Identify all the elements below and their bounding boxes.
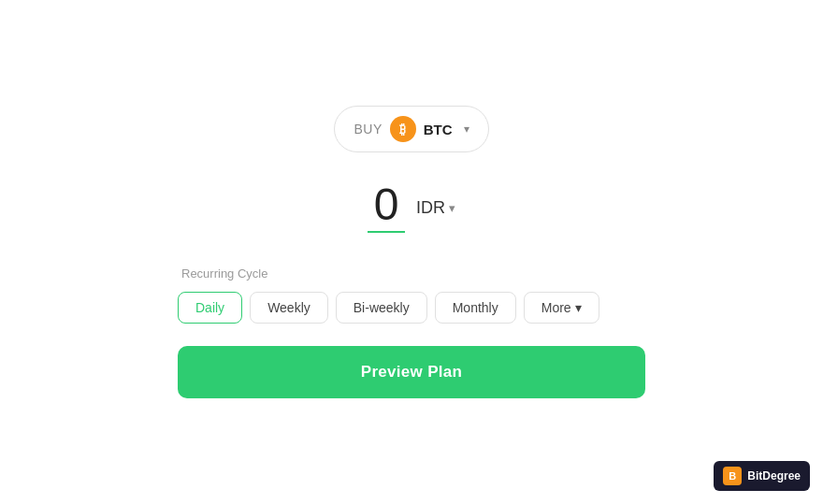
buy-label: BUY <box>354 122 382 137</box>
bitdegree-badge: B BitDegree <box>714 461 810 491</box>
recurring-title: Recurring Cycle <box>178 266 645 281</box>
recurring-section: Recurring Cycle Daily Weekly Bi-weekly M… <box>178 266 645 324</box>
currency-dropdown-arrow: ▾ <box>449 201 455 215</box>
cycle-btn-more[interactable]: More ▾ <box>524 292 599 324</box>
btc-symbol: ₿ <box>399 122 406 137</box>
coin-dropdown-arrow: ▾ <box>464 122 469 136</box>
amount-value[interactable]: 0 <box>368 182 405 227</box>
btc-icon: ₿ <box>390 116 416 142</box>
cycle-btn-biweekly[interactable]: Bi-weekly <box>336 292 427 324</box>
cycle-btn-monthly[interactable]: Monthly <box>435 292 516 324</box>
amount-underline <box>368 231 405 233</box>
main-container: BUY ₿ BTC ▾ 0 IDR ▾ Recurring Cycle Dail… <box>178 106 645 398</box>
amount-area: 0 IDR ▾ <box>368 182 455 233</box>
preview-plan-button[interactable]: Preview Plan <box>178 346 645 398</box>
buy-coin-selector[interactable]: BUY ₿ BTC ▾ <box>334 106 488 152</box>
bitdegree-icon: B <box>723 467 742 485</box>
coin-label: BTC <box>424 122 453 137</box>
amount-display: 0 <box>368 182 405 233</box>
cycle-btn-daily[interactable]: Daily <box>178 292 242 324</box>
more-label: More <box>541 300 571 315</box>
cycle-buttons: Daily Weekly Bi-weekly Monthly More ▾ <box>178 292 645 324</box>
bitdegree-text: BitDegree <box>747 469 801 482</box>
cycle-btn-weekly[interactable]: Weekly <box>250 292 328 324</box>
currency-label: IDR <box>416 198 445 218</box>
currency-selector[interactable]: IDR ▾ <box>416 198 455 218</box>
more-arrow-icon: ▾ <box>575 300 582 315</box>
